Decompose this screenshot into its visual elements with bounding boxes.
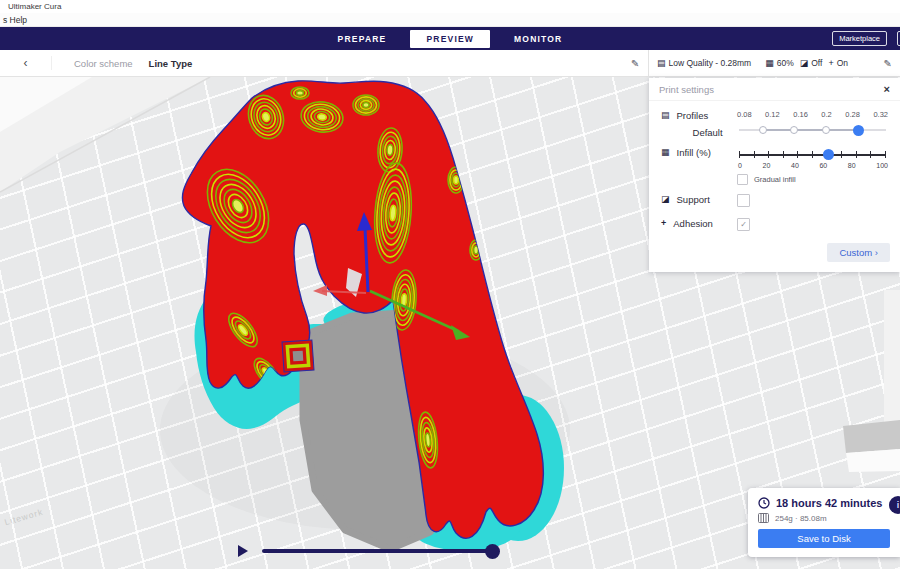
adhesion-row: + Adhesion ✓ (649, 209, 900, 231)
infill-icon: ▦ (765, 58, 774, 68)
tab-preview[interactable]: PREVIEW (410, 30, 490, 48)
tick-028: 0.28 (845, 110, 860, 119)
infill-80: 80 (848, 162, 856, 169)
print-settings-title: Print settings (659, 84, 714, 95)
action-panel: 18 hours 42 minutes 254g · 85.08m Save t… (748, 488, 900, 557)
clock-icon (758, 497, 770, 509)
infill-20: 20 (763, 162, 771, 169)
slider-stop-016[interactable] (790, 126, 798, 134)
profile-icon: ▤ (661, 110, 670, 120)
support-icon: ◪ (661, 194, 670, 204)
stage-tabs: PREPARE PREVIEW MONITOR (322, 30, 579, 48)
infill-100: 100 (876, 162, 888, 169)
tick-02: 0.2 (821, 110, 831, 119)
back-chevron-icon[interactable]: ‹ (0, 56, 52, 70)
play-icon[interactable] (238, 545, 248, 557)
slider-handle-028[interactable] (853, 125, 864, 136)
pencil-icon[interactable]: ✎ (884, 58, 892, 69)
adhesion-label: Adhesion (673, 218, 713, 229)
info-circle-button[interactable]: i (889, 496, 900, 514)
print-time-estimate: 18 hours 42 minutes (776, 497, 882, 509)
infill-label: Infill (%) (677, 147, 711, 158)
gradual-infill-checkbox[interactable] (737, 174, 748, 185)
timeline-track[interactable] (262, 549, 492, 553)
profile-name: Default (693, 127, 723, 138)
support-row: ◪ Support (649, 185, 900, 209)
tick-012: 0.12 (765, 110, 780, 119)
infill-icon: ▦ (661, 147, 670, 157)
material-estimate: 254g · 85.08m (775, 514, 827, 523)
menu-bar[interactable]: s Help (0, 13, 900, 27)
summary-infill: 60% (777, 58, 794, 68)
chevron-right-icon: › (875, 247, 878, 258)
close-icon[interactable]: × (884, 83, 890, 95)
print-settings-summary[interactable]: ▤ Low Quality - 0.28mm ▦ 60% ◪ Off + On … (648, 50, 900, 76)
save-to-disk-button[interactable]: Save to Disk (758, 529, 890, 548)
print-settings-header: Print settings × (649, 78, 900, 101)
adhesion-checkbox[interactable]: ✓ (737, 218, 750, 231)
adhesion-icon: + (828, 58, 833, 68)
timeline-handle[interactable] (485, 544, 500, 559)
profile-icon: ▤ (657, 58, 666, 68)
slider-stop-02[interactable] (822, 126, 830, 134)
layer-height-ticks: 0.08 0.12 0.16 0.2 0.28 0.32 (737, 110, 888, 119)
custom-settings-button[interactable]: Custom › (827, 243, 890, 262)
x-axis-arrow (313, 285, 327, 296)
tick-008: 0.08 (737, 110, 752, 119)
profiles-label: Profiles (677, 110, 723, 121)
window-titlebar: Ultimaker Cura (0, 0, 900, 13)
support-checkbox[interactable] (737, 194, 750, 207)
print-settings-panel: Print settings × ▤ Profiles Default 0.08… (649, 78, 900, 272)
support-label: Support (677, 194, 710, 205)
gradual-infill-label: Gradual infill (754, 175, 796, 184)
profiles-row: ▤ Profiles Default 0.08 0.12 0.16 0.2 0.… (649, 101, 900, 138)
view-toolbar: ‹ Color scheme Line Type ✎ ▤ Low Quality… (0, 50, 900, 77)
summary-adhesion: On (837, 58, 848, 68)
slider-stop-012[interactable] (759, 126, 767, 134)
window-title: Ultimaker Cura (8, 2, 61, 11)
infill-slider[interactable] (737, 147, 888, 162)
pencil-icon[interactable]: ✎ (631, 58, 639, 69)
support-icon: ◪ (800, 58, 809, 68)
tick-032: 0.32 (873, 110, 888, 119)
summary-support: Off (811, 58, 822, 68)
layer-height-slider[interactable] (737, 122, 888, 138)
marketplace-button[interactable]: Marketplace (832, 31, 887, 46)
color-scheme-label: Color scheme (74, 58, 133, 69)
infill-tick-labels: 0 20 40 60 80 100 (737, 162, 888, 169)
layer-playback-timeline (238, 542, 500, 560)
tab-prepare[interactable]: PREPARE (322, 30, 403, 48)
spool-icon (758, 513, 769, 523)
infill-slider-handle[interactable] (823, 149, 834, 160)
custom-label: Custom (839, 247, 872, 258)
square-boss-feature (282, 340, 314, 372)
summary-profile: Low Quality - 0.28mm (669, 58, 752, 68)
adhesion-icon: + (661, 218, 666, 228)
menu-fragment[interactable]: s Help (3, 15, 27, 25)
infill-row: ▦ Infill (%) 0 20 40 60 80 100 Gradual i… (649, 138, 900, 185)
app-header: PREPARE PREVIEW MONITOR Marketplace S (0, 27, 900, 50)
infill-60: 60 (819, 162, 827, 169)
infill-0: 0 (738, 162, 742, 169)
tab-monitor[interactable]: MONITOR (498, 30, 578, 48)
tick-016: 0.16 (793, 110, 808, 119)
color-scheme-dropdown[interactable]: Line Type (149, 58, 193, 69)
infill-40: 40 (791, 162, 799, 169)
